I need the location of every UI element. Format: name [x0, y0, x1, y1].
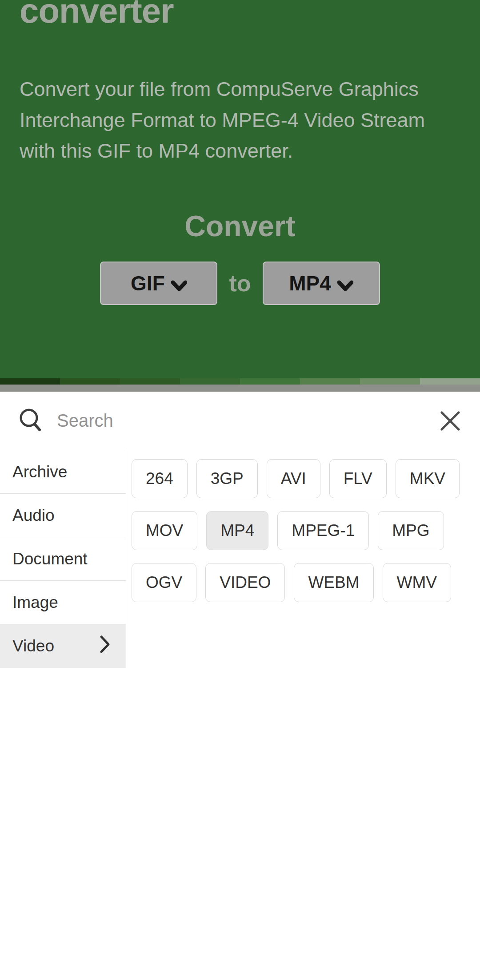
category-item-audio[interactable]: Audio: [0, 494, 126, 537]
category-label: Archive: [12, 463, 67, 481]
to-label: to: [229, 270, 251, 297]
format-option-3gp[interactable]: 3GP: [196, 459, 258, 498]
page-title: converter: [20, 0, 460, 29]
format-option-video[interactable]: VIDEO: [205, 563, 285, 602]
format-option-ogv[interactable]: OGV: [132, 563, 196, 602]
category-label: Audio: [12, 506, 55, 525]
search-bar: [0, 392, 480, 450]
close-icon[interactable]: [439, 410, 461, 432]
target-format-value: MP4: [289, 271, 331, 295]
category-item-video[interactable]: Video: [0, 624, 126, 668]
format-option-mpg[interactable]: MPG: [378, 511, 444, 550]
strip-segment: [60, 378, 120, 385]
category-label: Document: [12, 550, 88, 568]
format-option-264[interactable]: 264: [132, 459, 188, 498]
gradient-strip: [0, 378, 480, 385]
strip-segment: [420, 378, 480, 385]
format-option-mkv[interactable]: MKV: [396, 459, 460, 498]
search-input[interactable]: [57, 411, 425, 431]
source-format-value: GIF: [131, 271, 165, 295]
overlay-backdrop: [0, 385, 480, 392]
strip-segment: [300, 378, 360, 385]
chevron-down-icon: [337, 273, 353, 297]
convert-controls: GIF to MP4: [20, 262, 460, 305]
hero-section: converter Convert your file from CompuSe…: [0, 0, 480, 378]
format-picker-modal: Archive Audio Document Image Video: [0, 392, 480, 668]
format-option-wmv[interactable]: WMV: [383, 563, 451, 602]
strip-segment: [120, 378, 180, 385]
chevron-right-icon: [99, 635, 111, 658]
strip-segment: [360, 378, 420, 385]
category-label: Image: [12, 593, 58, 612]
format-grid: 264 3GP AVI FLV MKV MOV MP4 MPEG-1 MPG O…: [126, 450, 480, 602]
hero-description: Convert your file from CompuServe Graphi…: [20, 74, 457, 167]
format-option-mp4[interactable]: MP4: [206, 511, 268, 550]
target-format-dropdown[interactable]: MP4: [263, 262, 380, 305]
strip-segment: [0, 378, 60, 385]
format-option-avi[interactable]: AVI: [267, 459, 320, 498]
picker-content: Archive Audio Document Image Video: [0, 450, 480, 668]
format-option-flv[interactable]: FLV: [329, 459, 387, 498]
category-item-archive[interactable]: Archive: [0, 450, 126, 494]
category-item-image[interactable]: Image: [0, 581, 126, 624]
search-icon: [19, 407, 43, 435]
category-item-document[interactable]: Document: [0, 537, 126, 581]
strip-segment: [180, 378, 240, 385]
page: converter Convert your file from CompuSe…: [0, 0, 480, 668]
format-option-webm[interactable]: WEBM: [294, 563, 373, 602]
strip-segment: [240, 378, 300, 385]
convert-heading: Convert: [20, 209, 460, 243]
format-option-mpeg-1[interactable]: MPEG-1: [277, 511, 369, 550]
source-format-dropdown[interactable]: GIF: [100, 262, 217, 305]
format-option-mov[interactable]: MOV: [132, 511, 197, 550]
category-label: Video: [12, 637, 54, 655]
chevron-down-icon: [171, 273, 187, 297]
category-list: Archive Audio Document Image Video: [0, 450, 126, 668]
